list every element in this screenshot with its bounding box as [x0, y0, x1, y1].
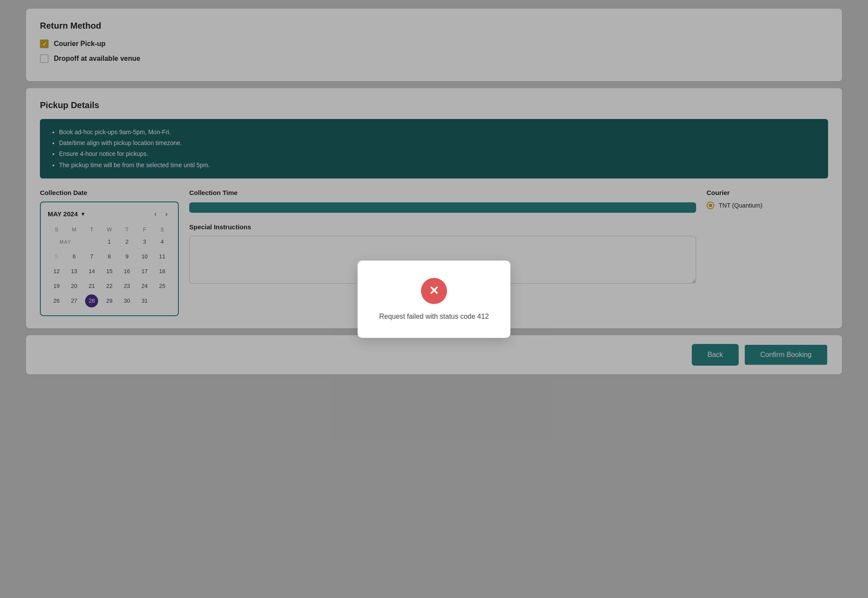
modal-overlay[interactable]: Request failed with status code 412 — [0, 0, 868, 598]
error-modal: Request failed with status code 412 — [358, 261, 511, 338]
error-icon — [421, 278, 447, 304]
modal-message: Request failed with status code 412 — [379, 313, 489, 320]
